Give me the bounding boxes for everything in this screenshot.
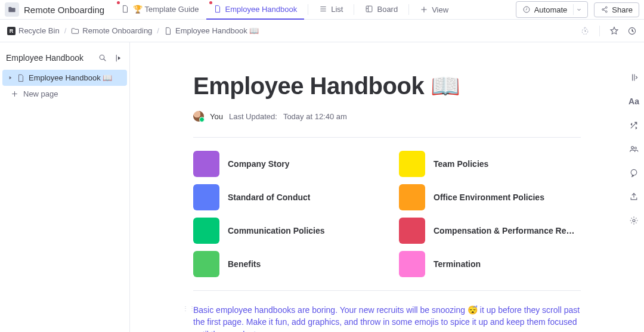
card-label: Standard of Conduct <box>228 193 310 202</box>
share-button[interactable]: Share <box>594 2 639 17</box>
sidebar-title: Employee Handbook <box>6 53 83 63</box>
drag-handle-icon[interactable]: ⋮⋮ <box>182 306 196 311</box>
tab-separator <box>308 4 308 15</box>
folder-icon <box>71 27 79 35</box>
tab-label: List <box>331 5 343 14</box>
notification-dot-icon <box>117 1 120 4</box>
svg-point-11 <box>633 219 635 222</box>
body-text: Basic employee handbooks are boring. You… <box>193 305 580 332</box>
breadcrumb-item[interactable]: Remote Onboarding <box>71 26 152 35</box>
breadcrumb-separator: / <box>157 26 159 35</box>
breadcrumb-item[interactable]: R Recycle Bin <box>7 26 60 35</box>
section-card[interactable]: Termination <box>399 251 581 277</box>
breadcrumb-label: Remote Onboarding <box>82 26 152 35</box>
page-icon <box>213 5 222 13</box>
caret-right-icon[interactable] <box>7 75 13 80</box>
share-rail-icon[interactable] <box>628 191 639 202</box>
section-card[interactable]: Benefits <box>193 251 375 277</box>
page-icon <box>17 74 25 82</box>
breadcrumb-item[interactable]: Employee Handbook 📖 <box>164 26 259 35</box>
ai-icon[interactable] <box>628 120 639 131</box>
card-color-box <box>193 218 219 244</box>
tab-template-guide[interactable]: 🏆 Template Guide <box>114 0 206 20</box>
sidebar-item-handbook[interactable]: Employee Handbook 📖 <box>2 70 127 86</box>
sidebar: Employee Handbook Employee Handbook 📖 Ne… <box>0 42 130 332</box>
plus-icon <box>11 90 18 98</box>
new-page-button[interactable]: New page <box>0 86 129 102</box>
automate-button[interactable]: Automate <box>516 1 589 18</box>
expand-icon[interactable] <box>628 72 639 83</box>
chevron-down-icon[interactable] <box>573 4 584 15</box>
add-view-button[interactable]: View <box>413 5 456 14</box>
workspace-folder-button[interactable] <box>5 2 19 17</box>
card-color-box <box>399 251 425 277</box>
avatar[interactable] <box>193 111 204 122</box>
svg-point-10 <box>631 169 637 175</box>
card-label: Communication Policies <box>228 226 325 235</box>
star-icon[interactable] <box>609 26 619 36</box>
automate-icon <box>522 5 531 14</box>
people-icon[interactable] <box>628 144 639 154</box>
share-icon <box>600 5 609 14</box>
tab-label: Board <box>377 5 398 14</box>
card-label: Compensation & Performance Re… <box>434 226 575 235</box>
tab-label: Employee Handbook <box>225 5 298 14</box>
breadcrumb-separator: / <box>64 26 67 35</box>
card-label: Office Environment Policies <box>434 193 544 202</box>
author-label: You <box>210 112 223 121</box>
card-label: Company Story <box>228 159 289 169</box>
updated-label: Last Updated: <box>229 112 277 121</box>
section-card[interactable]: Communication Policies <box>193 218 375 244</box>
sidebar-header: Employee Handbook <box>0 53 129 70</box>
tab-board[interactable]: Board <box>358 0 405 20</box>
clock-icon[interactable] <box>627 26 637 36</box>
section-card[interactable]: Standard of Conduct <box>193 184 375 210</box>
view-label: View <box>432 5 448 14</box>
breadcrumb-label: Employee Handbook 📖 <box>175 26 259 35</box>
body-paragraph[interactable]: ⋮⋮ Basic employee handbooks are boring. … <box>193 304 581 332</box>
svg-rect-0 <box>367 6 373 12</box>
document-content: Employee Handbook 📖 You Last Updated: To… <box>130 42 644 332</box>
folder-icon <box>8 5 16 14</box>
page-icon <box>164 27 172 35</box>
card-color-box <box>399 218 425 244</box>
timer-icon[interactable] <box>580 26 590 36</box>
tab-separator <box>408 4 409 15</box>
card-color-box <box>399 184 425 210</box>
card-color-box <box>193 251 219 277</box>
page-title[interactable]: Employee Handbook 📖 <box>193 72 581 100</box>
notification-dot-icon <box>209 1 212 4</box>
section-card[interactable]: Compensation & Performance Re… <box>399 218 581 244</box>
main-area: Employee Handbook Employee Handbook 📖 Ne… <box>0 42 644 332</box>
section-card[interactable]: Team Policies <box>399 151 581 177</box>
updated-value: Today at 12:40 am <box>283 112 347 121</box>
settings-icon[interactable] <box>628 215 639 226</box>
section-card[interactable]: Company Story <box>193 151 375 177</box>
search-icon[interactable] <box>98 54 107 63</box>
automate-label: Automate <box>534 5 568 14</box>
card-color-box <box>399 151 425 177</box>
text-style-icon[interactable]: Aa <box>628 96 639 107</box>
svg-point-8 <box>631 147 634 149</box>
tab-list[interactable]: List <box>312 0 350 20</box>
board-icon <box>365 5 373 13</box>
list-icon <box>319 5 327 13</box>
collapse-icon[interactable] <box>113 54 122 63</box>
breadcrumb-label: Recycle Bin <box>18 26 60 35</box>
divider <box>193 137 581 138</box>
breadcrumb: R Recycle Bin / Remote Onboarding / Empl… <box>0 20 644 42</box>
new-page-label: New page <box>23 89 58 98</box>
recycle-badge-icon: R <box>7 27 16 35</box>
sidebar-item-label: Employee Handbook 📖 <box>29 73 112 82</box>
workspace-name[interactable]: Remote Onboarding <box>24 5 104 15</box>
divider <box>193 290 581 291</box>
right-rail: Aa <box>624 42 644 226</box>
tab-separator <box>354 4 354 15</box>
card-label: Termination <box>434 259 481 269</box>
plus-icon <box>420 5 428 14</box>
top-bar: Remote Onboarding 🏆 Template Guide Emplo… <box>0 0 644 20</box>
section-card[interactable]: Office Environment Policies <box>399 184 581 210</box>
tab-employee-handbook[interactable]: Employee Handbook <box>206 0 305 20</box>
comment-icon[interactable] <box>628 167 639 178</box>
card-color-box <box>193 184 219 210</box>
